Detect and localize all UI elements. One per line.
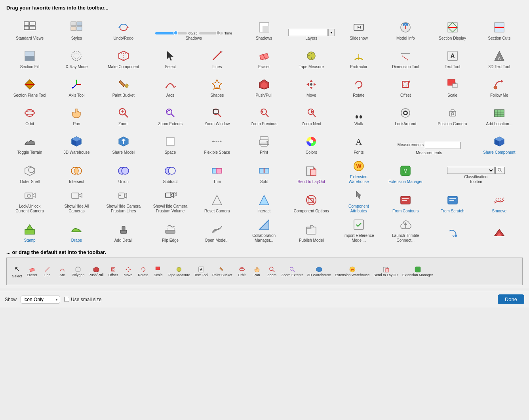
tool-publish-model[interactable]: Launch Trimble Connect... (382, 216, 429, 245)
tool-shadows-icon[interactable]: Shadows (241, 15, 287, 43)
tool-flip-edge[interactable]: Collaboration Manager... (241, 216, 287, 245)
dt-extmanager[interactable]: Extension Manager (401, 265, 435, 278)
tool-space[interactable]: Space (147, 129, 194, 157)
tool-add-location[interactable]: Add Location... (476, 100, 523, 129)
dt-zoomextents[interactable]: Zoom Extents (280, 265, 305, 278)
tool-intersect[interactable]: Intersect (53, 157, 100, 187)
tool-interact[interactable]: Component Attributes (335, 187, 382, 216)
dt-extwarehouse[interactable]: W Extension Warehouse (333, 265, 371, 278)
tool-zoom-window[interactable]: Zoom Window (194, 100, 240, 129)
tool-launch-trimble[interactable] (476, 216, 523, 245)
tool-lock-unlock-camera[interactable]: Show/Hide Camera Frustum Lines (100, 187, 147, 216)
tool-axis-tool[interactable]: Axis Tool (53, 72, 100, 100)
tool-extension-warehouse[interactable]: W Extension Warehouse (335, 157, 382, 187)
dt-3dwarehouse[interactable]: 3D Warehouse (306, 265, 333, 278)
tool-drape[interactable]: Flip Edge (147, 216, 194, 245)
tool-section-plane[interactable]: Section Plane Tool (6, 72, 53, 100)
tool-shapes[interactable]: Shapes (194, 72, 240, 100)
tool-xray-mode[interactable]: X-Ray Mode (53, 43, 100, 72)
dt-polygon[interactable]: Polygon (70, 265, 86, 278)
tool-lines[interactable]: Lines (194, 43, 240, 72)
tool-styles[interactable]: Styles (53, 15, 100, 43)
tool-undo-redo[interactable]: Undo/Redo (100, 15, 147, 43)
dt-arc[interactable]: Arc (55, 265, 69, 278)
dt-paintbucket[interactable]: Paint Bucket (211, 265, 234, 278)
dt-orbit[interactable]: Orbit (235, 265, 249, 278)
dt-move[interactable]: Move (121, 265, 135, 278)
tool-extension-manager[interactable]: M Extension Manager (382, 157, 429, 187)
layers-dropdown-btn[interactable]: ▼ (328, 29, 335, 36)
dt-pan[interactable]: Pan (250, 265, 264, 278)
tool-show-hide-frustum-lines[interactable]: Reset Camera (194, 187, 240, 216)
tool-section-display[interactable]: Section Display (429, 15, 476, 43)
dt-pushpull[interactable]: Push/Pull (87, 265, 105, 278)
tool-look-around[interactable]: LookAround (382, 100, 429, 129)
tool-scale[interactable]: Scale (429, 72, 476, 100)
tool-subtract[interactable]: Subtract (147, 157, 194, 187)
tool-position-camera[interactable]: Position Camera (429, 100, 476, 129)
measurements-input[interactable] (425, 142, 460, 149)
tool-show-hide-cameras[interactable]: Show/Hide Camera Frustum Volume (147, 187, 194, 216)
tool-walk[interactable]: Walk (335, 100, 382, 129)
tool-look-through-camera[interactable]: Show/Hide All Cameras (53, 187, 100, 216)
tool-send-to-layout[interactable]: Send to LayOut (287, 157, 335, 187)
tool-smoove[interactable]: Drape (53, 216, 100, 245)
tool-trim[interactable]: Trim (194, 157, 240, 187)
tool-print[interactable]: Print (241, 129, 287, 157)
tool-component-attributes[interactable]: From Scratch (429, 187, 476, 216)
tool-reset-camera[interactable]: Component Options (287, 187, 335, 216)
dt-line[interactable]: Line (40, 265, 54, 278)
classification-select[interactable] (447, 167, 495, 174)
tool-outer-shell[interactable]: Outer Shell (6, 157, 53, 187)
tool-zoom-next[interactable]: Zoom Next (287, 100, 335, 129)
tool-push-pull[interactable]: Push/Pull (241, 72, 287, 100)
dt-tapemeasure[interactable]: Tape Measure (166, 265, 192, 278)
tool-split[interactable]: Split (241, 157, 287, 187)
tool-3d-warehouse[interactable]: 3D Warehouse (53, 129, 100, 157)
tool-follow-me[interactable]: Follow Me (476, 72, 523, 100)
tool-share-model[interactable]: Share Model (100, 129, 147, 157)
tool-from-scratch[interactable]: Stamp (6, 216, 53, 245)
tool-make-component[interactable]: Make Component (100, 43, 147, 72)
tool-protractor[interactable]: Protractor (335, 43, 382, 72)
dt-texttool[interactable]: A Text Tool (193, 265, 210, 278)
tool-collaboration-manager[interactable]: Import Reference Model... (335, 216, 382, 245)
small-size-checkbox[interactable] (64, 297, 69, 302)
tool-eraser[interactable]: Eraser (241, 43, 287, 72)
tool-toggle-terrain[interactable]: Toggle Terrain (6, 129, 53, 157)
tool-text-tool[interactable]: A Text Tool (429, 43, 476, 72)
tool-zoom-previous[interactable]: Zoom Previous (241, 100, 287, 129)
tool-show-hide-frustum-vol[interactable]: Interact (241, 187, 287, 216)
dt-offset[interactable]: Offset (106, 265, 120, 278)
tool-classification-toolbar[interactable]: Classification Toolbar (429, 157, 523, 187)
tool-arcs[interactable]: Arcs (147, 72, 194, 100)
done-button[interactable]: Done (498, 294, 524, 304)
tool-open-model[interactable]: Publish Model (287, 216, 335, 245)
tool-import-reference[interactable] (429, 216, 476, 245)
classification-search-icon[interactable] (495, 167, 505, 174)
tool-pan[interactable]: Pan (53, 100, 100, 129)
tool-section-cuts[interactable]: Section Cuts (476, 15, 523, 43)
show-select[interactable]: Icon Only Icon and Text Text Only (21, 296, 60, 304)
tool-3d-text-tool[interactable]: A 3D Text Tool (476, 43, 523, 72)
tool-model-info[interactable]: iA Model Info (382, 15, 429, 43)
dt-select[interactable]: ↖ Select (10, 264, 24, 279)
dt-scale[interactable]: Scale (151, 265, 166, 278)
tool-create-camera[interactable]: Lock/Unlock Current Camera (6, 187, 53, 216)
tool-dimension-tool[interactable]: Dimension Tool (382, 43, 429, 72)
tool-zoom-extents[interactable]: Zoom Extents (147, 100, 194, 129)
tool-offset[interactable]: Offset (382, 72, 429, 100)
tool-orbit[interactable]: Orbit (6, 100, 53, 129)
tool-zoom[interactable]: Zoom (100, 100, 147, 129)
dt-eraser[interactable]: Eraser (25, 265, 39, 278)
tool-from-contours[interactable]: Smoove (476, 187, 523, 216)
tool-share-component[interactable]: Share Component (476, 129, 523, 157)
dt-zoom[interactable]: Zoom (265, 265, 279, 278)
dt-rotate[interactable]: Rotate (136, 265, 150, 278)
tool-colors[interactable]: Colors (287, 129, 335, 157)
tool-standard-views[interactable]: Standard Views (6, 15, 53, 43)
layers-input[interactable] (288, 29, 328, 36)
tool-flexible-space[interactable]: Flexible Space (194, 129, 240, 157)
tool-add-detail[interactable]: Open Model... (194, 216, 240, 245)
tool-tape-measure[interactable]: Tape Measure (287, 43, 335, 72)
